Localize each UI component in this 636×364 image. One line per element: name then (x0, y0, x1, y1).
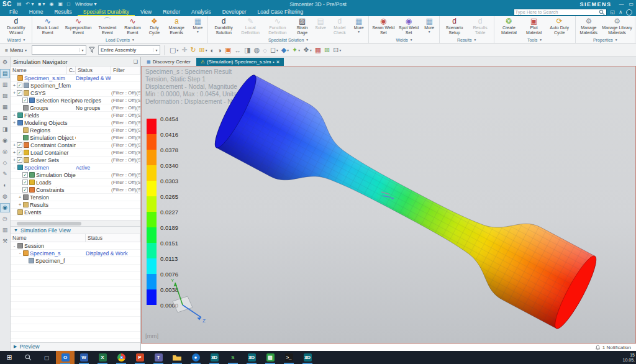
powerpoint-icon[interactable]: P (130, 351, 149, 364)
expand-toggle-icon[interactable]: + (12, 120, 17, 125)
parts-icon[interactable]: ◇ (1, 159, 9, 167)
scenario-setup-button[interactable]: dScenario Setup (441, 17, 468, 37)
expand-toggle-icon[interactable]: + (12, 90, 17, 96)
orbit-icon[interactable]: ↻ (189, 45, 197, 55)
expand-toggle-icon[interactable]: + (12, 150, 17, 155)
specimen-body[interactable] (209, 71, 602, 332)
tree-row-session[interactable]: -Session (11, 242, 140, 250)
manage-materials-button[interactable]: ⚙Manage Materials (577, 17, 601, 37)
window-expand-icon[interactable]: ◻▾ (269, 45, 279, 55)
checkbox[interactable]: ✓ (17, 150, 22, 155)
search-input[interactable] (516, 9, 599, 15)
menu-button[interactable]: ≡ Menu ▾ (2, 46, 29, 55)
selection-filter-icon[interactable] (89, 47, 96, 53)
taskbar-clock[interactable]: 1510.05. (623, 351, 636, 364)
group-dropdown-caret-icon[interactable]: ▾ (23, 38, 25, 42)
menu-tab-load-case-filtering[interactable]: Load Case Filtering (252, 8, 309, 16)
tree-row-constraint-container[interactable]: +✓Constraint Container(Filter : Off)(S (11, 142, 140, 149)
tree-row-groups[interactable]: GroupsNo groups(Filter : Off)(S (11, 104, 140, 112)
checkbox[interactable]: ✓ (17, 142, 22, 148)
appearance-icon[interactable]: ◆▾ (280, 45, 290, 55)
materials-icon[interactable]: ◉ (1, 137, 9, 145)
visibility-icon[interactable]: ◐ (1, 181, 9, 189)
menu-tab-analysis[interactable]: Analysis (186, 8, 217, 16)
simcenter-3d-icon[interactable]: 3D (205, 351, 224, 364)
expand-toggle-icon[interactable]: + (12, 83, 17, 88)
file-explorer-icon[interactable] (168, 351, 186, 364)
markup-pen-icon[interactable]: ✎ (1, 170, 9, 178)
menu-tab-specialist-durability[interactable]: Specialist Durability (78, 8, 135, 16)
outlook-icon[interactable]: O (56, 351, 75, 364)
group-dropdown-caret-icon[interactable]: ▾ (411, 38, 412, 42)
tree-row-results[interactable]: +Results (11, 201, 140, 209)
redo-icon[interactable]: ■ ▾ (38, 1, 45, 7)
tree-row-csys[interactable]: +✓CSYS(Filter : Off)(S (11, 89, 140, 97)
teams-icon[interactable]: T (149, 351, 168, 364)
simulation-file-view-header[interactable]: ▼ Simulation File View (11, 226, 140, 234)
tree-row-constraints[interactable]: ✓Constraints(Filter : Off)(S (11, 186, 140, 194)
post-processing-navigator-icon[interactable]: ▥ (1, 81, 9, 89)
web-browser-icon[interactable]: ◍ (1, 193, 9, 201)
section-icon[interactable]: ◨ (1, 125, 9, 134)
customize-tools-icon[interactable]: ⚒ (1, 237, 9, 245)
tree-row-simulation-objec[interactable]: ✓Simulation Objec...(Filter : Off)(S (11, 171, 140, 179)
layers-icon[interactable]: ⊞ (1, 114, 9, 122)
group-dropdown-caret-icon[interactable]: ▾ (540, 38, 542, 42)
gear-icon[interactable]: ⚙ (1, 58, 9, 66)
tree-row-simulation-object-con[interactable]: Simulation Object Con...(Filter : Off)(S (11, 134, 140, 142)
tree-row-specimen-f[interactable]: Specimen_f (11, 257, 140, 265)
fv-column-status[interactable]: Status (86, 234, 140, 242)
stamp-icon[interactable]: ❖▾ (302, 45, 313, 55)
image-app-icon[interactable]: ▨ (261, 351, 279, 364)
phone-app-icon[interactable]: S (224, 351, 242, 364)
tab-discovery-center[interactable]: ▦Discovery Center (142, 58, 195, 66)
command-search[interactable] (514, 9, 607, 16)
menu-tab-developer[interactable]: Developer (217, 8, 252, 16)
tree-row-load-container[interactable]: +✓Load Container(Filter : Off)(S (11, 149, 140, 157)
assembly-scope-combo[interactable]: Entire Assembly▾ (98, 45, 160, 55)
security-app-icon[interactable]: ● (186, 351, 205, 364)
tab-simulation-specimen-s-sim[interactable]: ⚠(Simulation) Specimen_s.sim▪✕ (196, 58, 284, 66)
copy-display-icon[interactable]: ▣ (58, 1, 63, 7)
fv-column-name[interactable]: Name (11, 234, 86, 242)
window-menu[interactable]: Window ▾ (75, 1, 97, 7)
tree-row-regions[interactable]: Regions(Filter : Off)(S (11, 127, 140, 134)
column-c[interactable]: C... (67, 66, 76, 75)
column-status[interactable]: Status (76, 66, 111, 75)
random-event-button[interactable]: ∿Random Event (120, 17, 145, 37)
tree-row-solver-sets[interactable]: +✓Solver Sets(Filter : Off)(S (11, 157, 140, 164)
displayed-part-icon[interactable]: ▣ (224, 45, 232, 55)
transient-event-button[interactable]: ⌒Transient Event (94, 17, 120, 37)
history-icon[interactable]: ◷ (1, 215, 9, 223)
mesh-toggle-icon[interactable]: ⊡▾ (332, 45, 342, 55)
menu-tab-file[interactable]: File (4, 8, 24, 16)
manage-library-materials-button[interactable]: ⚙Manage Library Materials (601, 17, 634, 37)
checkbox[interactable]: ✓ (17, 83, 22, 88)
plot-material-button[interactable]: ▣Plot Material (522, 17, 545, 37)
snap-point-icon[interactable]: ✚ (180, 45, 188, 55)
grid-green-icon[interactable]: ⊞ (323, 45, 331, 55)
tree-row-tension[interactable]: +Tension (11, 194, 140, 201)
terminal-icon[interactable]: >_ (279, 351, 298, 364)
tree-row-specimen-f-fem[interactable]: +✓Specimen_f.fem (11, 82, 140, 89)
menu-tab-results[interactable]: Results (48, 8, 77, 16)
menu-tab-home[interactable]: Home (24, 8, 49, 16)
tree-row-fields[interactable]: +Fields(Filter : Off)(S (11, 112, 140, 119)
menu-tab-view[interactable]: View (135, 8, 157, 16)
close-tab-icon[interactable]: ✕ (276, 60, 279, 65)
shaded-view-icon[interactable]: ◐ (209, 46, 216, 55)
tree-row-modeling-objects[interactable]: +Modeling Objects(Filter : Off)(S (11, 119, 140, 127)
minimize-button[interactable]: — (619, 1, 624, 7)
fullscreen-icon[interactable]: ◱ (611, 9, 616, 15)
section-view-icon[interactable]: ◨ (243, 45, 252, 55)
tree-row-specimen-s-sim[interactable]: Specimen_s.simDisplayed & Wo... (11, 75, 140, 82)
column-filter[interactable]: Filter (111, 66, 140, 75)
simulation-navigator-icon[interactable]: ▤ (1, 70, 9, 78)
zoom-icon[interactable]: ⊞▾ (198, 45, 209, 55)
restore-button[interactable]: ▭ (629, 1, 634, 7)
selection-scope-combo[interactable]: ▾ (32, 45, 86, 55)
tree-row-selection-recipes[interactable]: ✓Selection RecipesNo recipes(Filter : Of… (11, 97, 140, 104)
start-button[interactable]: ⊞ (0, 351, 19, 364)
more-button[interactable]: ▦More▾ (350, 17, 367, 37)
tree-row-events[interactable]: Events (11, 209, 140, 216)
